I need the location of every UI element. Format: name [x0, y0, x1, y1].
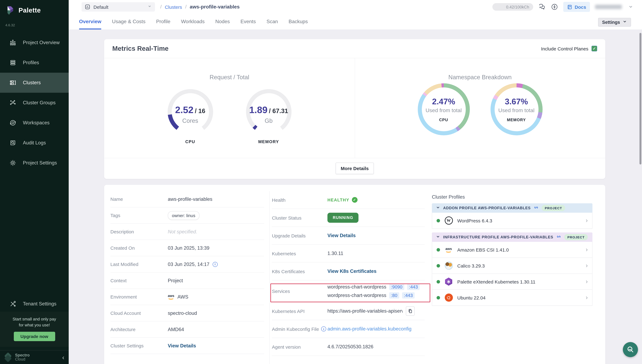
upgrade-now-button[interactable]: Upgrade now — [14, 332, 55, 341]
memory-used-percent: 3.67% — [505, 97, 528, 106]
chat-icon[interactable] — [538, 3, 546, 11]
profile-item-calico[interactable]: Calico 3.29.3 › — [432, 258, 592, 274]
tab-profile[interactable]: Profile — [156, 14, 170, 30]
chevron-down-icon[interactable] — [627, 3, 634, 11]
profile-item-wordpress[interactable]: W WordPress 6.4.3 › — [432, 213, 592, 229]
detail-row-cluster-settings: Cluster Settings View Details — [110, 338, 264, 354]
profile-item-palette-extended-kubernetes[interactable]: Palette eXtended Kubernetes 1.30.11 › — [432, 274, 592, 290]
page-scrollbar-thumb[interactable] — [639, 33, 641, 164]
row-label: Tags — [110, 213, 168, 218]
detail-row-created-on: Created On 03 Jun 2025, 13:39 — [110, 240, 264, 256]
orbit-icon — [10, 119, 16, 126]
row-label: Admin Kubeconfig File — [272, 326, 319, 332]
upgrade-view-details-link[interactable]: View Details — [327, 233, 356, 238]
namespace-breakdown-title: Namespace Breakdown — [355, 74, 605, 81]
memory-donut-label: MEMORY — [507, 118, 526, 122]
service-port-link[interactable]: :443 — [407, 284, 420, 290]
info-icon[interactable]: i — [212, 262, 218, 267]
include-control-planes: Include Control Planes — [541, 46, 597, 51]
project-selector-value: Default — [93, 4, 108, 10]
tab-overview[interactable]: Overview — [79, 14, 101, 30]
chevron-down-icon — [147, 4, 152, 10]
sidebar-item-project-settings[interactable]: Project Settings — [0, 153, 69, 173]
row-label: Health — [272, 197, 327, 202]
audit-magnifier-icon — [10, 140, 16, 146]
tab-scan[interactable]: Scan — [266, 14, 278, 30]
link-icon[interactable] — [556, 234, 561, 240]
sidebar-item-label: Cluster Groups — [23, 100, 56, 106]
sidebar-collapse-icon[interactable]: ‹ — [62, 354, 64, 360]
info-icon[interactable]: i — [321, 326, 326, 332]
infrastructure-profile-name: INFRASTRUCTURE PROFILE AWS-PROFILE-VARIA… — [443, 235, 553, 239]
detail-row-tags: Tags owner: linus — [110, 207, 264, 224]
sidebar-item-label: Clusters — [23, 80, 41, 86]
sidebar-item-profiles[interactable]: Profiles — [0, 53, 69, 73]
sidebar-item-project-overview[interactable]: Project Overview — [0, 32, 69, 53]
project-selector[interactable]: Default — [82, 2, 155, 12]
status-dot-green — [437, 296, 440, 299]
sidebar-item-clusters[interactable]: Clusters — [0, 73, 69, 93]
sidebar-item-label: Tenant Settings — [23, 301, 57, 307]
service-port-link[interactable]: :80 — [389, 292, 399, 298]
detail-row-kubernetes: Kubernetes 1.30.11 — [272, 245, 425, 262]
cluster-profiles-title: Cluster Profiles — [432, 194, 592, 200]
sidebar-nav: Project Overview Profiles Clusters Clust… — [0, 32, 69, 173]
include-control-planes-checkbox[interactable] — [591, 46, 597, 51]
cpu-donut: 2.47% Used from total CPU — [417, 83, 470, 135]
service-port-link[interactable]: :443 — [402, 292, 415, 298]
sidebar-item-tenant-settings[interactable]: Tenant Settings — [0, 294, 69, 314]
compass-help-icon[interactable] — [551, 3, 558, 11]
memory-gauge-label: MEMORY — [242, 140, 295, 144]
description-value: Not specified. — [168, 229, 197, 234]
copy-icon[interactable] — [406, 306, 415, 316]
include-control-planes-label: Include Control Planes — [541, 46, 588, 51]
tab-usage-costs[interactable]: Usage & Costs — [112, 14, 145, 30]
settings-label: Settings — [602, 20, 620, 25]
sidebar-item-audit-logs[interactable]: Audit Logs — [0, 133, 69, 153]
details-column-divider — [269, 191, 270, 364]
palette-kubernetes-icon — [445, 278, 453, 286]
breadcrumb-clusters-link[interactable]: Clusters — [165, 4, 182, 10]
running-status-badge[interactable]: RUNNING — [327, 213, 359, 223]
project-chart-icon — [85, 4, 90, 10]
sidebar-item-workspaces[interactable]: Workspaces — [0, 113, 69, 133]
addon-profile-name: ADDON PROFILE AWS-PROFILE-VARIABLES — [443, 206, 531, 210]
status-dot-green — [437, 248, 440, 252]
row-label: K8s Certificates — [272, 268, 327, 274]
memory-used-caption: Used from total — [498, 107, 535, 114]
detail-row-health: Health HEALTHY ✓ — [272, 191, 425, 209]
sidebar-tenant: Tenant Settings — [0, 294, 69, 314]
memory-gauge: 1.89 / 67.31 Gb MEMORY — [242, 85, 295, 144]
link-icon[interactable] — [534, 205, 538, 211]
more-details-button[interactable]: More Details — [336, 162, 374, 174]
cpu-donut-label: CPU — [439, 118, 448, 122]
cluster-settings-view-details-link[interactable]: View Details — [168, 343, 196, 348]
docs-button[interactable]: Docs — [563, 2, 590, 12]
profile-item-amazon-ebs-csi[interactable]: aws Amazon EBS CSI 1.41.0 › — [432, 242, 592, 258]
kubernetes-version-value: 1.30.11 — [327, 250, 343, 256]
service-port-link[interactable]: :9090 — [389, 284, 404, 290]
settings-button[interactable]: Settings — [598, 18, 631, 27]
tab-workloads[interactable]: Workloads — [181, 14, 205, 30]
environment-value: AWS — [177, 294, 188, 300]
top-bar: Default / Clusters / aws-profile-variabl… — [69, 0, 642, 14]
profile-item-ubuntu[interactable]: Ubuntu 22.04 › — [432, 290, 592, 306]
tab-nodes[interactable]: Nodes — [215, 14, 230, 30]
admin-kubeconfig-link[interactable]: admin.aws-profile-variables.kubeconfig — [327, 326, 411, 332]
detail-row-name: Name aws-profile-variables — [110, 191, 264, 207]
help-search-fab[interactable] — [623, 342, 638, 357]
tab-events[interactable]: Events — [241, 14, 256, 30]
user-menu-blurred[interactable] — [595, 5, 622, 9]
addon-profile-header[interactable]: ADDON PROFILE AWS-PROFILE-VARIABLES PROJ… — [432, 203, 592, 213]
tab-backups[interactable]: Backups — [289, 14, 308, 30]
tag-pill[interactable]: owner: linus — [168, 211, 199, 220]
infrastructure-profile-header[interactable]: INFRASTRUCTURE PROFILE AWS-PROFILE-VARIA… — [432, 232, 592, 242]
upgrade-promo: Start small and only pay for what you us… — [0, 312, 69, 347]
detail-row-cluster-status: Cluster Status RUNNING — [272, 209, 425, 227]
sidebar-item-cluster-groups[interactable]: Cluster Groups — [0, 93, 69, 113]
palette-logo[interactable]: Palette — [0, 0, 69, 16]
cpu-gauge-label: CPU — [163, 140, 217, 144]
profile-item-label: Amazon EBS CSI 1.41.0 — [457, 247, 509, 252]
row-label: Kubernetes API — [272, 308, 327, 314]
view-k8s-certificates-link[interactable]: View K8s Certificates — [327, 268, 376, 274]
